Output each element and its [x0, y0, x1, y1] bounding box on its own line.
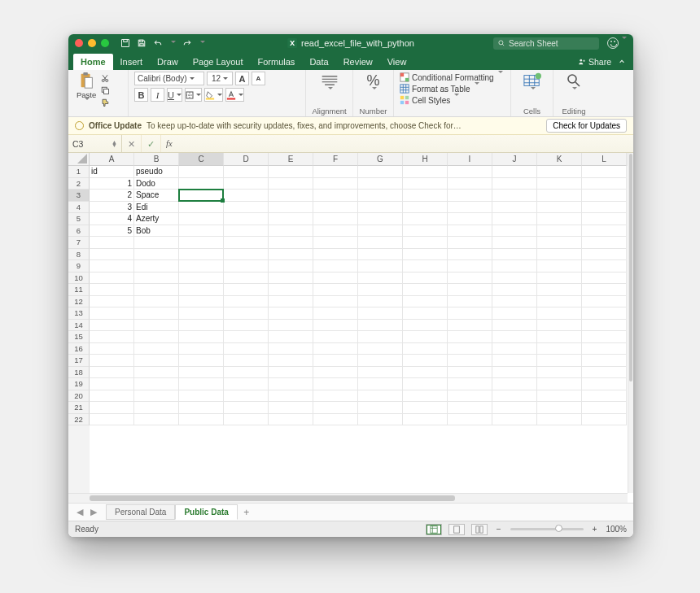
cell-A20[interactable]: [90, 390, 134, 403]
feedback-dropdown-icon[interactable]: [620, 39, 627, 48]
sheet-nav-next-icon[interactable]: ▶: [87, 507, 100, 517]
row-header-17[interactable]: 17: [68, 355, 90, 367]
cell-J20[interactable]: [492, 390, 537, 403]
cell-F18[interactable]: [313, 367, 358, 379]
row-header-6[interactable]: 6: [68, 225, 90, 238]
sheet-tab-personal-data[interactable]: Personal Data: [106, 504, 175, 520]
cell-J6[interactable]: [492, 225, 537, 238]
cell-H6[interactable]: [403, 225, 448, 238]
cell-F21[interactable]: [313, 402, 358, 414]
cell-C22[interactable]: [179, 414, 224, 426]
cell-L5[interactable]: [582, 213, 627, 225]
cell-E18[interactable]: [269, 367, 313, 379]
cell-E21[interactable]: [269, 402, 313, 414]
horizontal-scroll-thumb[interactable]: [90, 495, 455, 501]
cell-D8[interactable]: [224, 249, 269, 261]
cell-L10[interactable]: [582, 273, 627, 285]
cell-D6[interactable]: [224, 225, 269, 238]
cell-B9[interactable]: [134, 260, 179, 273]
cell-B19[interactable]: [134, 378, 179, 390]
cell-H16[interactable]: [403, 343, 448, 355]
cell-I5[interactable]: [448, 213, 492, 225]
cell-K6[interactable]: [537, 225, 582, 238]
ribbon-tab-home[interactable]: Home: [73, 54, 113, 70]
cell-B4[interactable]: Edi: [134, 202, 179, 214]
cell-C13[interactable]: [179, 307, 224, 320]
cell-G17[interactable]: [358, 355, 403, 367]
zoom-icon[interactable]: [101, 39, 109, 47]
zoom-slider-knob[interactable]: [555, 525, 562, 532]
cell-D11[interactable]: [224, 284, 269, 296]
name-box-stepper-icon[interactable]: ▲▼: [112, 141, 117, 147]
cell-G20[interactable]: [358, 390, 403, 403]
ribbon-tab-view[interactable]: View: [380, 54, 414, 70]
cell-K10[interactable]: [537, 273, 582, 285]
cell-J8[interactable]: [492, 249, 537, 261]
cell-H3[interactable]: [403, 190, 448, 202]
cell-G21[interactable]: [358, 402, 403, 414]
cell-B10[interactable]: [134, 273, 179, 285]
cell-I11[interactable]: [448, 284, 492, 296]
cell-I18[interactable]: [448, 367, 492, 379]
bold-button[interactable]: B: [134, 88, 148, 102]
cell-A3[interactable]: 2: [90, 190, 134, 202]
italic-button[interactable]: I: [151, 88, 164, 102]
cell-L3[interactable]: [582, 190, 627, 202]
editing-dropdown-icon[interactable]: [571, 89, 577, 98]
cell-F16[interactable]: [313, 343, 358, 355]
cell-K1[interactable]: [537, 166, 582, 178]
fx-label[interactable]: fx: [161, 139, 177, 148]
page-layout-view-icon[interactable]: [448, 524, 465, 535]
cell-L21[interactable]: [582, 402, 627, 414]
cell-A6[interactable]: 5: [90, 225, 134, 238]
cell-G22[interactable]: [358, 414, 403, 426]
cell-G7[interactable]: [358, 237, 403, 249]
cell-H12[interactable]: [403, 296, 448, 308]
zoom-out-button[interactable]: −: [494, 525, 504, 534]
column-header-F[interactable]: F: [313, 153, 358, 166]
row-header-3[interactable]: 3: [68, 190, 90, 202]
cell-E15[interactable]: [269, 331, 313, 343]
cell-C11[interactable]: [179, 284, 224, 296]
cell-E10[interactable]: [269, 273, 313, 285]
cell-G3[interactable]: [358, 190, 403, 202]
column-header-C[interactable]: C: [179, 153, 224, 166]
column-header-I[interactable]: I: [448, 153, 492, 166]
cell-F5[interactable]: [313, 213, 358, 225]
cell-L22[interactable]: [582, 414, 627, 426]
cell-L14[interactable]: [582, 320, 627, 332]
cell-B14[interactable]: [134, 320, 179, 332]
cell-E11[interactable]: [269, 284, 313, 296]
cell-I15[interactable]: [448, 331, 492, 343]
row-header-7[interactable]: 7: [68, 237, 90, 249]
cell-B6[interactable]: Bob: [134, 225, 179, 238]
row-header-20[interactable]: 20: [68, 390, 90, 403]
cell-B18[interactable]: [134, 367, 179, 379]
sheet-nav-prev-icon[interactable]: ◀: [73, 507, 86, 517]
cell-I19[interactable]: [448, 378, 492, 390]
cell-A4[interactable]: 3: [90, 202, 134, 214]
ribbon-tab-review[interactable]: Review: [336, 54, 380, 70]
cell-D12[interactable]: [224, 296, 269, 308]
cell-F10[interactable]: [313, 273, 358, 285]
cell-L7[interactable]: [582, 237, 627, 249]
cell-I21[interactable]: [448, 402, 492, 414]
cell-E8[interactable]: [269, 249, 313, 261]
cell-B16[interactable]: [134, 343, 179, 355]
cell-J16[interactable]: [492, 343, 537, 355]
cell-D10[interactable]: [224, 273, 269, 285]
row-header-14[interactable]: 14: [68, 320, 90, 332]
row-header-18[interactable]: 18: [68, 367, 90, 379]
cell-D22[interactable]: [224, 414, 269, 426]
save-icon[interactable]: [137, 38, 147, 48]
row-header-8[interactable]: 8: [68, 249, 90, 261]
cell-F3[interactable]: [313, 190, 358, 202]
row-header-4[interactable]: 4: [68, 202, 90, 214]
cell-A14[interactable]: [90, 320, 134, 332]
cell-C8[interactable]: [179, 249, 224, 261]
cell-C21[interactable]: [179, 402, 224, 414]
format-painter-icon[interactable]: [100, 98, 110, 107]
cell-C3[interactable]: [179, 190, 224, 202]
page-break-view-icon[interactable]: [471, 524, 488, 535]
cell-I22[interactable]: [448, 414, 492, 426]
